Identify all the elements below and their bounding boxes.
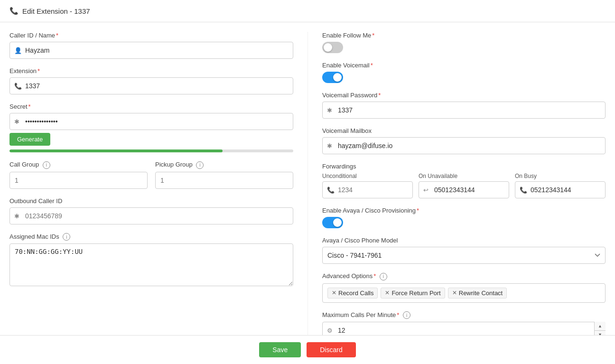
voicemail-toggle[interactable] bbox=[322, 72, 343, 83]
provisioning-group: Enable Avaya / Cisco Provisioning* bbox=[322, 207, 606, 228]
tag-record-calls-label: Record Calls bbox=[338, 289, 373, 297]
outbound-caller-id-wrapper: ✱ bbox=[9, 207, 293, 224]
advanced-options-info-icon[interactable]: i bbox=[380, 273, 387, 280]
call-group-info-icon[interactable]: i bbox=[43, 161, 50, 169]
voicemail-password-input[interactable] bbox=[322, 102, 606, 119]
save-button[interactable]: Save bbox=[259, 342, 301, 357]
voicemail-password-label: Voicemail Password* bbox=[322, 92, 606, 99]
voicemail-password-group: Voicemail Password* ✱ bbox=[322, 92, 606, 119]
unconditional-wrapper: 📞 bbox=[322, 181, 413, 198]
unconditional-group: Unconditional 📞 bbox=[322, 173, 413, 198]
outbound-caller-id-group: Outbound Caller ID ✱ bbox=[9, 197, 293, 224]
tag-rewrite-contact-close[interactable]: ✕ bbox=[452, 290, 457, 296]
phone-model-select[interactable]: Cisco - 7941-7961 Cisco - 7942 Cisco - 7… bbox=[322, 247, 606, 264]
caller-id-input[interactable] bbox=[9, 42, 293, 59]
extension-input[interactable] bbox=[9, 77, 293, 94]
secret-input[interactable] bbox=[9, 113, 293, 130]
generate-button[interactable]: Generate bbox=[9, 133, 50, 146]
mac-ids-group: Assigned Mac IDs i 70:NN:GG:GG:YY:UU bbox=[9, 233, 293, 288]
voicemail-group: Enable Voicemail* bbox=[322, 62, 606, 83]
group-row: Call Group i Pickup Group i bbox=[9, 161, 293, 189]
on-busy-label: On Busy bbox=[515, 173, 606, 179]
on-busy-input[interactable] bbox=[515, 181, 606, 198]
provisioning-toggle[interactable] bbox=[322, 217, 343, 228]
tag-record-calls: ✕ Record Calls bbox=[327, 288, 378, 299]
forwardings-group: Forwardings Unconditional 📞 On Unavailab… bbox=[322, 163, 606, 198]
tags-container: ✕ Record Calls ✕ Force Return Port ✕ Rew… bbox=[322, 283, 606, 303]
tag-rewrite-contact: ✕ Rewrite Contact bbox=[448, 288, 507, 299]
footer-actions: Save Discard bbox=[0, 335, 615, 364]
phone-icon: 📞 bbox=[9, 7, 19, 15]
forwardings-label: Forwardings bbox=[322, 163, 606, 170]
voicemail-mailbox-wrapper: ✱ bbox=[322, 137, 606, 154]
caller-id-group: Caller ID / Name* 👤 bbox=[9, 32, 293, 59]
discard-button[interactable]: Discard bbox=[307, 342, 355, 357]
unconditional-label: Unconditional bbox=[322, 173, 413, 179]
tag-force-return-port-close[interactable]: ✕ bbox=[385, 290, 390, 296]
page-title: Edit Extension - 1337 bbox=[22, 7, 90, 15]
phone-model-group: Avaya / Cisco Phone Model Cisco - 7941-7… bbox=[322, 237, 606, 264]
caller-id-wrapper: 👤 bbox=[9, 42, 293, 59]
advanced-options-label: Advanced Options* i bbox=[322, 272, 606, 280]
pickup-group-info-icon[interactable]: i bbox=[196, 161, 204, 169]
tag-rewrite-contact-label: Rewrite Contact bbox=[459, 289, 503, 297]
pickup-group-label: Pickup Group i bbox=[155, 161, 293, 169]
voicemail-slider bbox=[322, 72, 343, 83]
advanced-options-group: Advanced Options* i ✕ Record Calls ✕ For… bbox=[322, 272, 606, 303]
strength-fill bbox=[9, 149, 223, 152]
pickup-group-input[interactable] bbox=[155, 172, 293, 189]
call-group-group: Call Group i bbox=[9, 161, 148, 189]
call-group-input[interactable] bbox=[9, 172, 148, 189]
provisioning-slider bbox=[322, 217, 343, 228]
secret-wrapper: ✱ bbox=[9, 113, 293, 130]
voicemail-mailbox-input[interactable] bbox=[322, 137, 606, 154]
forwardings-row: Unconditional 📞 On Unavailable ↩ On Busy bbox=[322, 173, 606, 198]
page-header: 📞 Edit Extension - 1337 bbox=[0, 0, 615, 22]
outbound-caller-id-label: Outbound Caller ID bbox=[9, 197, 293, 205]
pickup-group-group: Pickup Group i bbox=[155, 161, 293, 189]
extension-group: Extension* 📞 bbox=[9, 67, 293, 94]
tag-force-return-port-label: Force Return Port bbox=[391, 289, 440, 297]
spinbox-up[interactable]: ▲ bbox=[595, 322, 606, 331]
secret-label: Secret* bbox=[9, 103, 293, 110]
mac-ids-info-icon[interactable]: i bbox=[63, 233, 70, 241]
on-unavailable-group: On Unavailable ↩ bbox=[419, 173, 509, 198]
on-unavailable-label: On Unavailable bbox=[419, 173, 509, 179]
extension-wrapper: 📞 bbox=[9, 77, 293, 94]
max-calls-label: Maximum Calls Per Minute* i bbox=[322, 311, 606, 319]
follow-me-toggle[interactable] bbox=[322, 42, 343, 53]
mac-ids-textarea[interactable]: 70:NN:GG:GG:YY:UU bbox=[9, 243, 293, 286]
voicemail-mailbox-group: Voicemail Mailbox ✱ bbox=[322, 127, 606, 154]
follow-me-group: Enable Follow Me* bbox=[322, 32, 606, 53]
voicemail-label: Enable Voicemail* bbox=[322, 62, 606, 69]
on-unavailable-input[interactable] bbox=[419, 181, 509, 198]
voicemail-mailbox-label: Voicemail Mailbox bbox=[322, 127, 606, 134]
provisioning-label: Enable Avaya / Cisco Provisioning* bbox=[322, 207, 606, 214]
tag-record-calls-close[interactable]: ✕ bbox=[332, 290, 336, 296]
mac-ids-label: Assigned Mac IDs i bbox=[9, 233, 293, 241]
left-column: Caller ID / Name* 👤 Extension* 📞 Secret* bbox=[9, 32, 308, 364]
phone-model-label: Avaya / Cisco Phone Model bbox=[322, 237, 606, 244]
on-busy-group: On Busy 📞 bbox=[515, 173, 606, 198]
extension-label: Extension* bbox=[9, 67, 293, 75]
max-calls-info-icon[interactable]: i bbox=[403, 311, 410, 319]
tag-force-return-port: ✕ Force Return Port bbox=[381, 288, 445, 299]
unconditional-input[interactable] bbox=[322, 181, 413, 198]
voicemail-password-wrapper: ✱ bbox=[322, 102, 606, 119]
on-unavailable-wrapper: ↩ bbox=[419, 181, 509, 198]
secret-group: Secret* ✱ Generate bbox=[9, 103, 293, 152]
caller-id-label: Caller ID / Name* bbox=[9, 32, 293, 39]
strength-bar bbox=[9, 149, 293, 152]
outbound-caller-id-input[interactable] bbox=[9, 207, 293, 224]
on-busy-wrapper: 📞 bbox=[515, 181, 606, 198]
follow-me-label: Enable Follow Me* bbox=[322, 32, 606, 39]
follow-me-slider bbox=[322, 42, 343, 53]
call-group-label: Call Group i bbox=[9, 161, 148, 169]
right-column: Enable Follow Me* Enable Voicemail* Voic… bbox=[308, 32, 606, 364]
